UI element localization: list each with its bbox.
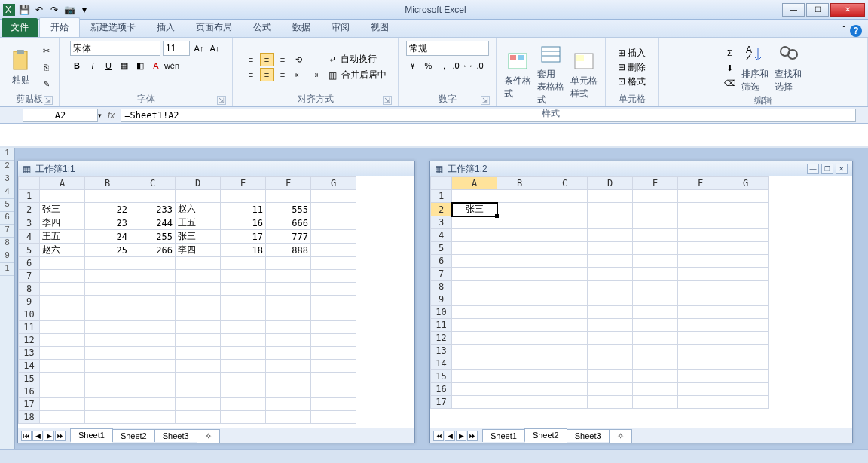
number-format-combo[interactable]	[406, 41, 489, 56]
clear-button[interactable]: ⌫	[723, 76, 737, 90]
italic-button[interactable]: I	[86, 59, 99, 72]
sheet-tab-1-1[interactable]: Sheet1	[70, 428, 113, 443]
currency-button[interactable]: ¥	[406, 59, 420, 72]
delete-cells-button[interactable]: ⊟ 删除	[618, 61, 646, 74]
align-top-button[interactable]: ≡	[244, 53, 258, 66]
align-middle-button[interactable]: ≡	[260, 53, 274, 66]
qat-more-icon[interactable]: ▾	[78, 4, 90, 16]
sheet-tab-1-2[interactable]: Sheet2	[112, 429, 155, 442]
formula-bar: ▾ fx	[0, 107, 868, 124]
sheet-tab-2-2[interactable]: Sheet2	[524, 428, 567, 443]
fill-color-button[interactable]: ◧	[133, 59, 147, 72]
align-launcher[interactable]: ⇲	[383, 96, 392, 105]
font-color-button[interactable]: A	[149, 59, 163, 72]
redo-icon[interactable]: ↷	[48, 4, 60, 16]
inner-restore-button[interactable]: ❐	[821, 164, 833, 174]
group-font: A↑ A↓ B I U ▦ ◧ A wén 字体⇲	[60, 38, 233, 106]
indent-dec-button[interactable]: ⇤	[292, 68, 305, 81]
font-launcher[interactable]: ⇲	[217, 96, 226, 105]
tab-nav-prev-icon[interactable]: ◀	[32, 431, 43, 441]
sheet-grid-1[interactable]: ABCDEFG12张三22233赵六115553李四23244王五166664王…	[18, 176, 414, 428]
increase-font-button[interactable]: A↑	[192, 41, 206, 55]
align-left-button[interactable]: ≡	[244, 68, 258, 81]
tab-view[interactable]: 视图	[360, 18, 399, 37]
tab-nav-prev-icon[interactable]: ◀	[445, 431, 455, 441]
comma-button[interactable]: ,	[438, 59, 451, 72]
tab-review[interactable]: 审阅	[321, 18, 360, 37]
tab-nav-last-icon[interactable]: ⏭	[55, 431, 66, 441]
help-icon[interactable]: ?	[850, 25, 862, 37]
tab-nav-next-icon[interactable]: ▶	[456, 431, 466, 441]
paste-button[interactable]: 粘贴	[6, 47, 36, 88]
decrease-font-button[interactable]: A↓	[208, 41, 222, 55]
copy-button[interactable]: ⎘	[39, 60, 53, 74]
minimize-button[interactable]: —	[782, 3, 805, 17]
tab-nav-last-icon[interactable]: ⏭	[467, 431, 478, 441]
format-painter-button[interactable]: ✎	[39, 77, 53, 90]
name-box[interactable]	[23, 109, 98, 122]
file-tab[interactable]: 文件	[2, 18, 38, 37]
format-cells-button[interactable]: ⊡ 格式	[618, 75, 646, 88]
insert-cells-button[interactable]: ⊞ 插入	[618, 47, 646, 60]
tab-nav-first-icon[interactable]: ⏮	[433, 431, 444, 441]
formula-input[interactable]	[121, 109, 856, 122]
font-name-combo[interactable]	[70, 41, 160, 56]
clipboard-launcher[interactable]: ⇲	[44, 96, 53, 105]
bold-button[interactable]: B	[70, 59, 84, 72]
dec-decimal-button[interactable]: ←.0	[469, 59, 483, 72]
group-number: ¥ % , .0→ ←.0 数字⇲	[399, 38, 497, 106]
autosum-button[interactable]: Σ	[723, 46, 737, 60]
tab-nav-first-icon[interactable]: ⏮	[21, 431, 32, 441]
inner-title-1[interactable]: ▦ 工作簿1:1	[18, 161, 414, 176]
sort-filter-button[interactable]: AZ排序和筛选	[740, 41, 770, 95]
workbook-window-1: ▦ 工作簿1:1 ABCDEFG12张三22233赵六115553李四23244…	[17, 161, 415, 443]
sheet-tab-2-1[interactable]: Sheet1	[482, 429, 525, 442]
name-box-dropdown-icon[interactable]: ▾	[98, 112, 102, 119]
tab-data[interactable]: 数据	[282, 18, 321, 37]
tab-newtab[interactable]: 新建选项卡	[80, 18, 146, 37]
underline-button[interactable]: U	[102, 59, 115, 72]
inc-decimal-button[interactable]: .0→	[454, 59, 467, 72]
maximize-button[interactable]: ☐	[806, 3, 829, 17]
edit-label: 编辑	[754, 95, 772, 106]
align-right-button[interactable]: ≡	[276, 68, 289, 81]
phonetic-button[interactable]: wén	[165, 59, 179, 72]
percent-button[interactable]: %	[422, 59, 436, 72]
inner-close-button[interactable]: ✕	[836, 164, 848, 174]
close-button[interactable]: ✕	[830, 3, 865, 17]
format-as-table-button[interactable]: 套用 表格格式	[536, 41, 566, 108]
align-bottom-button[interactable]: ≡	[276, 53, 289, 66]
sheet-tab-2-3[interactable]: Sheet3	[567, 429, 610, 442]
tab-insert[interactable]: 插入	[146, 18, 185, 37]
indent-inc-button[interactable]: ⇥	[307, 68, 321, 81]
camera-icon[interactable]: 📷	[63, 4, 75, 16]
tab-formulas[interactable]: 公式	[243, 18, 282, 37]
tab-pagelayout[interactable]: 页面布局	[185, 18, 243, 37]
group-clipboard: 粘贴 ✂ ⎘ ✎ 剪贴板⇲	[0, 38, 60, 106]
sheet-tab-1-3[interactable]: Sheet3	[154, 429, 197, 442]
border-button[interactable]: ▦	[118, 59, 131, 72]
minimize-ribbon-icon[interactable]: ˇ	[842, 25, 845, 37]
fill-button[interactable]: ⬇	[723, 61, 737, 75]
find-select-button[interactable]: 查找和选择	[773, 41, 803, 95]
new-sheet-button[interactable]: ✧	[197, 429, 220, 443]
svg-rect-11	[576, 55, 584, 61]
sheet-grid-2[interactable]: ABCDEFG12张三34567891011121314151617	[430, 176, 852, 428]
fx-icon[interactable]: fx	[108, 110, 115, 121]
tab-home[interactable]: 开始	[39, 17, 80, 37]
save-icon[interactable]: 💾	[18, 4, 30, 16]
new-sheet-button[interactable]: ✧	[609, 429, 632, 443]
align-center-button[interactable]: ≡	[260, 68, 274, 81]
cell-styles-button[interactable]: 单元格样式	[569, 48, 599, 102]
wrap-text-button[interactable]: 自动换行	[341, 53, 377, 66]
inner-title-2[interactable]: ▦ 工作簿1:2 — ❐ ✕	[430, 161, 852, 176]
conditional-format-button[interactable]: 条件格式	[503, 48, 533, 102]
undo-icon[interactable]: ↶	[33, 4, 45, 16]
orientation-button[interactable]: ⟲	[292, 53, 305, 66]
number-launcher[interactable]: ⇲	[481, 96, 490, 105]
tab-nav-next-icon[interactable]: ▶	[44, 431, 54, 441]
cut-button[interactable]: ✂	[39, 44, 53, 57]
inner-minimize-button[interactable]: —	[807, 164, 819, 174]
merge-button[interactable]: 合并后居中	[341, 69, 387, 81]
font-size-combo[interactable]	[163, 41, 190, 56]
